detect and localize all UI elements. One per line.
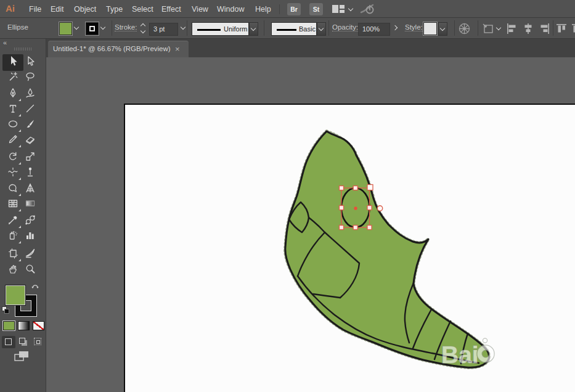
eraser-tool[interactable] [25, 134, 42, 149]
draw-behind-button[interactable] [17, 336, 30, 348]
width-profile-dropdown[interactable]: Uniform [192, 22, 249, 36]
gradient-mode-button[interactable] [18, 321, 30, 330]
flyout-indicator [18, 194, 21, 196]
pen-tool[interactable] [7, 88, 25, 102]
menu-effect[interactable]: Effect [161, 5, 181, 14]
sync-status-icon[interactable] [360, 3, 376, 15]
flyout-indicator [18, 226, 21, 228]
perspective-grid-tool[interactable] [25, 182, 42, 197]
opacity-expand-icon[interactable] [393, 25, 398, 30]
stock-button[interactable]: St [309, 3, 323, 15]
menu-edit[interactable]: Edit [51, 5, 64, 14]
artboard-icon [7, 248, 18, 259]
recolor-artwork-icon[interactable] [459, 23, 470, 35]
eyedropper-tool[interactable] [7, 214, 25, 229]
stroke-chevron-icon[interactable] [100, 25, 105, 30]
menu-help[interactable]: Help [255, 5, 271, 14]
rotate-tool[interactable] [7, 151, 25, 166]
artboard[interactable] [124, 104, 575, 392]
fill-color-indicator[interactable] [5, 285, 26, 306]
width-profile-chevron[interactable] [249, 22, 258, 36]
type-tool[interactable] [7, 103, 25, 118]
slice-tool[interactable] [25, 248, 42, 263]
mesh-tool[interactable] [7, 198, 25, 213]
flyout-indicator [18, 162, 21, 165]
brush-dropdown[interactable]: Basic [271, 22, 317, 36]
align-vcenter-icon[interactable] [572, 23, 575, 34]
shape-properties-icon[interactable] [483, 23, 495, 35]
style-chevron[interactable] [438, 22, 447, 36]
tab-close-icon[interactable]: × [175, 44, 180, 54]
none-mode-button[interactable] [33, 321, 44, 330]
magic-wand-tool[interactable] [7, 71, 25, 86]
stroke-color-swatch[interactable] [86, 22, 99, 35]
workspace-icon[interactable] [332, 5, 345, 14]
width-profile-preview [197, 29, 221, 31]
hand-tool[interactable] [7, 263, 25, 278]
shaper-tool[interactable] [7, 182, 25, 197]
mesh-icon [7, 198, 18, 209]
rotate-icon [7, 151, 18, 162]
magic-wand-icon [7, 71, 18, 82]
scale-icon [25, 151, 36, 162]
selection-tool[interactable] [7, 55, 25, 70]
gradient-tool[interactable] [25, 198, 42, 213]
swap-fill-stroke-icon[interactable] [31, 282, 41, 291]
style-label[interactable]: Style: [405, 23, 423, 31]
document-tab-title: Untitled-1* @ 66.67% (RGB/Preview) [53, 45, 171, 52]
ellipse-tool[interactable] [7, 118, 25, 133]
column-graph-tool[interactable] [25, 230, 42, 245]
stroke-weight-down-icon[interactable] [141, 28, 145, 33]
eraser-icon [25, 134, 36, 145]
scale-tool[interactable] [25, 151, 42, 166]
paintbrush-tool[interactable] [25, 118, 42, 133]
lasso-tool[interactable] [25, 71, 42, 86]
screen-mode-icon[interactable] [14, 350, 31, 362]
tab-bar: Untitled-1* @ 66.67% (RGB/Preview) × [46, 39, 575, 57]
app-logo-icon[interactable]: Ai [6, 3, 15, 14]
align-left-icon[interactable] [507, 23, 516, 34]
menubar-separator [279, 4, 280, 14]
curvature-tool[interactable] [25, 88, 42, 102]
menu-select[interactable]: Select [132, 5, 153, 14]
bridge-button[interactable]: Br [287, 3, 301, 15]
draw-inside-button[interactable] [31, 336, 45, 348]
pencil-tool[interactable] [7, 134, 25, 149]
pen-icon [7, 88, 18, 99]
opacity-field[interactable]: 100% [358, 23, 390, 36]
default-fill-stroke-icon2[interactable] [4, 309, 9, 314]
align-center-icon[interactable] [523, 23, 533, 34]
width-tool[interactable] [7, 166, 25, 181]
color-mode-button[interactable] [3, 321, 15, 330]
pencil-icon [7, 134, 18, 145]
document-tab[interactable]: Untitled-1* @ 66.67% (RGB/Preview) × [48, 41, 189, 57]
menu-file[interactable]: File [29, 5, 41, 14]
draw-normal-button[interactable] [2, 336, 15, 348]
brush-chevron[interactable] [317, 22, 326, 36]
zoom-icon [25, 263, 36, 274]
align-top-icon[interactable] [557, 23, 566, 34]
line-segment-tool[interactable] [25, 103, 42, 118]
canvas-area[interactable] [46, 57, 575, 392]
stroke-weight-chevron-icon[interactable] [181, 25, 186, 30]
puppet-warp-icon [25, 166, 36, 178]
style-swatch[interactable] [423, 22, 437, 35]
menu-object[interactable]: Object [74, 5, 96, 14]
puppet-warp-tool[interactable] [25, 166, 42, 181]
menu-type[interactable]: Type [106, 5, 123, 14]
fill-color-swatch[interactable] [59, 22, 72, 35]
stroke-weight-field[interactable]: 3 pt [149, 23, 178, 36]
blend-tool[interactable] [25, 214, 42, 229]
menu-view[interactable]: View [192, 5, 208, 14]
fill-chevron-icon[interactable] [74, 25, 79, 30]
align-right-icon[interactable] [540, 23, 550, 34]
symbol-sprayer-tool[interactable] [7, 230, 25, 245]
shape-properties-chevron-icon[interactable] [496, 25, 501, 30]
stroke-weight-label[interactable]: Stroke: [115, 23, 137, 31]
workspace-chevron-icon[interactable] [348, 6, 353, 11]
menu-window[interactable]: Window [217, 5, 244, 14]
opacity-label[interactable]: Opacity: [332, 23, 358, 31]
artboard-tool[interactable] [7, 248, 25, 263]
zoom-tool[interactable] [25, 263, 42, 278]
direct-selection-tool[interactable] [25, 55, 42, 70]
